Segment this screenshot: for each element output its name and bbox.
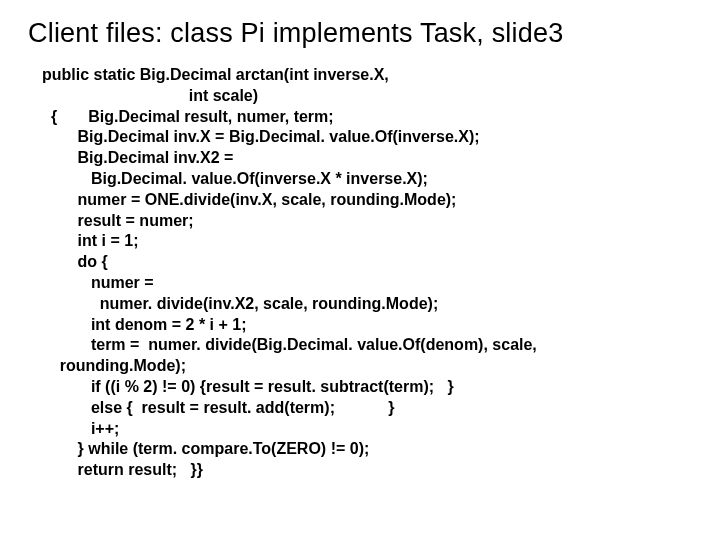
slide-title: Client files: class Pi implements Task, … <box>28 18 692 49</box>
code-block: public static Big.Decimal arctan(int inv… <box>28 65 692 481</box>
slide: Client files: class Pi implements Task, … <box>0 0 720 540</box>
